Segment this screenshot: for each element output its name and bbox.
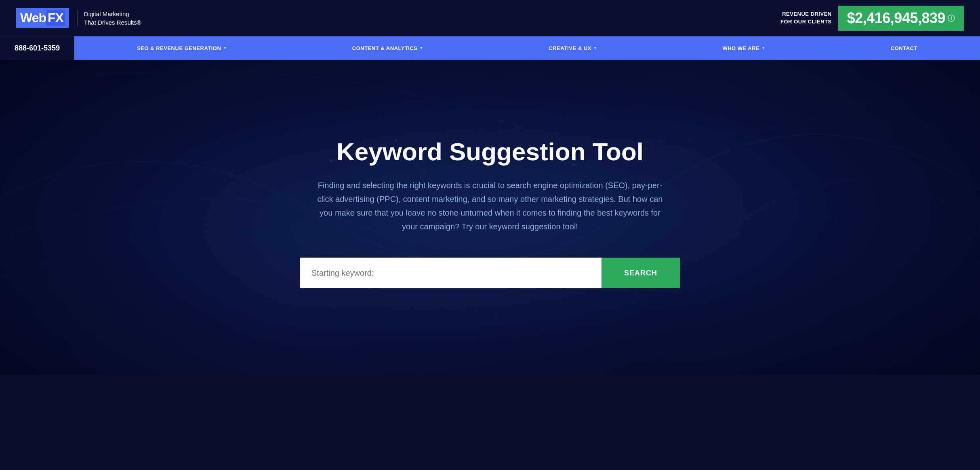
logo[interactable]: WebFX [16,8,69,28]
nav-items: SEO & REVENUE GENERATION ▼ CONTENT & ANA… [74,36,980,60]
nav-item-creative[interactable]: CREATIVE & UX ▼ [537,36,608,60]
search-input[interactable] [300,258,601,288]
svg-point-2 [423,172,425,174]
revenue-area: REVENUE DRIVEN FOR OUR CLIENTS $2,416,94… [780,6,964,31]
nav-phone[interactable]: 888-601-5359 [0,36,74,60]
info-icon[interactable]: i [948,15,955,22]
search-area: SEARCH [300,258,680,288]
logo-area: WebFX Digital Marketing That Drives Resu… [16,8,141,28]
nav-item-contact[interactable]: CONTACT [879,36,929,60]
revenue-amount: $2,416,945,839 i [838,6,964,31]
nav-item-who[interactable]: WHO WE ARE ▼ [711,36,776,60]
revenue-label: REVENUE DRIVEN FOR OUR CLIENTS [780,10,832,25]
chevron-down-icon: ▼ [420,46,423,50]
nav-item-seo[interactable]: SEO & REVENUE GENERATION ▼ [126,36,238,60]
chevron-down-icon: ▼ [223,46,227,50]
logo-fx: FX [46,10,65,26]
nav-item-content[interactable]: CONTENT & ANALYTICS ▼ [341,36,435,60]
hero-section: Keyword Suggestion Tool Finding and sele… [0,60,980,375]
svg-point-5 [646,148,647,149]
logo-tagline: Digital Marketing That Drives Results® [77,10,141,27]
chevron-down-icon: ▼ [761,46,765,50]
hero-title: Keyword Suggestion Tool [336,138,644,166]
top-bar: WebFX Digital Marketing That Drives Resu… [0,0,980,36]
chevron-down-icon: ▼ [593,46,597,50]
search-button[interactable]: SEARCH [601,258,680,288]
nav-bar: 888-601-5359 SEO & REVENUE GENERATION ▼ … [0,36,980,60]
hero-description: Finding and selecting the right keywords… [316,178,664,233]
svg-point-0 [330,159,332,162]
